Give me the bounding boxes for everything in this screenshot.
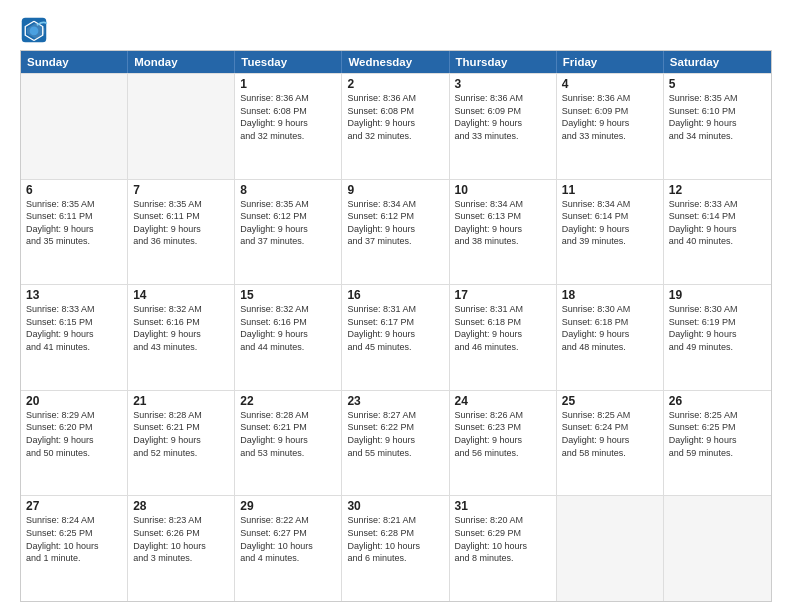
calendar-cell: 31Sunrise: 8:20 AM Sunset: 6:29 PM Dayli… (450, 496, 557, 601)
calendar-row-4: 27Sunrise: 8:24 AM Sunset: 6:25 PM Dayli… (21, 495, 771, 601)
day-number: 10 (455, 183, 551, 197)
day-number: 7 (133, 183, 229, 197)
calendar-row-0: 1Sunrise: 8:36 AM Sunset: 6:08 PM Daylig… (21, 73, 771, 179)
calendar-cell: 11Sunrise: 8:34 AM Sunset: 6:14 PM Dayli… (557, 180, 664, 285)
day-info: Sunrise: 8:34 AM Sunset: 6:13 PM Dayligh… (455, 198, 551, 248)
calendar-cell: 26Sunrise: 8:25 AM Sunset: 6:25 PM Dayli… (664, 391, 771, 496)
calendar-cell: 5Sunrise: 8:35 AM Sunset: 6:10 PM Daylig… (664, 74, 771, 179)
logo (20, 16, 52, 44)
calendar-cell: 17Sunrise: 8:31 AM Sunset: 6:18 PM Dayli… (450, 285, 557, 390)
day-info: Sunrise: 8:28 AM Sunset: 6:21 PM Dayligh… (240, 409, 336, 459)
day-number: 3 (455, 77, 551, 91)
day-info: Sunrise: 8:32 AM Sunset: 6:16 PM Dayligh… (133, 303, 229, 353)
day-number: 16 (347, 288, 443, 302)
calendar-row-1: 6Sunrise: 8:35 AM Sunset: 6:11 PM Daylig… (21, 179, 771, 285)
calendar-cell: 22Sunrise: 8:28 AM Sunset: 6:21 PM Dayli… (235, 391, 342, 496)
day-number: 25 (562, 394, 658, 408)
calendar-cell: 30Sunrise: 8:21 AM Sunset: 6:28 PM Dayli… (342, 496, 449, 601)
day-number: 15 (240, 288, 336, 302)
day-info: Sunrise: 8:26 AM Sunset: 6:23 PM Dayligh… (455, 409, 551, 459)
calendar-cell (664, 496, 771, 601)
day-info: Sunrise: 8:36 AM Sunset: 6:09 PM Dayligh… (455, 92, 551, 142)
day-number: 29 (240, 499, 336, 513)
day-number: 28 (133, 499, 229, 513)
day-info: Sunrise: 8:25 AM Sunset: 6:25 PM Dayligh… (669, 409, 766, 459)
calendar-row-2: 13Sunrise: 8:33 AM Sunset: 6:15 PM Dayli… (21, 284, 771, 390)
day-number: 27 (26, 499, 122, 513)
calendar-cell: 18Sunrise: 8:30 AM Sunset: 6:18 PM Dayli… (557, 285, 664, 390)
day-number: 12 (669, 183, 766, 197)
day-info: Sunrise: 8:27 AM Sunset: 6:22 PM Dayligh… (347, 409, 443, 459)
day-info: Sunrise: 8:36 AM Sunset: 6:09 PM Dayligh… (562, 92, 658, 142)
calendar-cell (128, 74, 235, 179)
calendar-cell: 19Sunrise: 8:30 AM Sunset: 6:19 PM Dayli… (664, 285, 771, 390)
calendar-cell: 10Sunrise: 8:34 AM Sunset: 6:13 PM Dayli… (450, 180, 557, 285)
day-number: 23 (347, 394, 443, 408)
day-info: Sunrise: 8:29 AM Sunset: 6:20 PM Dayligh… (26, 409, 122, 459)
calendar-cell: 6Sunrise: 8:35 AM Sunset: 6:11 PM Daylig… (21, 180, 128, 285)
day-info: Sunrise: 8:33 AM Sunset: 6:15 PM Dayligh… (26, 303, 122, 353)
day-info: Sunrise: 8:23 AM Sunset: 6:26 PM Dayligh… (133, 514, 229, 564)
calendar-cell: 24Sunrise: 8:26 AM Sunset: 6:23 PM Dayli… (450, 391, 557, 496)
day-info: Sunrise: 8:31 AM Sunset: 6:18 PM Dayligh… (455, 303, 551, 353)
day-number: 1 (240, 77, 336, 91)
calendar-cell: 23Sunrise: 8:27 AM Sunset: 6:22 PM Dayli… (342, 391, 449, 496)
day-info: Sunrise: 8:34 AM Sunset: 6:14 PM Dayligh… (562, 198, 658, 248)
header (20, 16, 772, 44)
svg-point-2 (30, 27, 39, 36)
day-info: Sunrise: 8:30 AM Sunset: 6:19 PM Dayligh… (669, 303, 766, 353)
calendar-cell: 9Sunrise: 8:34 AM Sunset: 6:12 PM Daylig… (342, 180, 449, 285)
day-info: Sunrise: 8:34 AM Sunset: 6:12 PM Dayligh… (347, 198, 443, 248)
calendar-cell: 15Sunrise: 8:32 AM Sunset: 6:16 PM Dayli… (235, 285, 342, 390)
calendar-cell: 1Sunrise: 8:36 AM Sunset: 6:08 PM Daylig… (235, 74, 342, 179)
calendar-cell: 27Sunrise: 8:24 AM Sunset: 6:25 PM Dayli… (21, 496, 128, 601)
day-number: 2 (347, 77, 443, 91)
day-number: 17 (455, 288, 551, 302)
calendar-cell: 20Sunrise: 8:29 AM Sunset: 6:20 PM Dayli… (21, 391, 128, 496)
day-info: Sunrise: 8:30 AM Sunset: 6:18 PM Dayligh… (562, 303, 658, 353)
day-number: 22 (240, 394, 336, 408)
calendar-cell: 29Sunrise: 8:22 AM Sunset: 6:27 PM Dayli… (235, 496, 342, 601)
calendar-cell: 8Sunrise: 8:35 AM Sunset: 6:12 PM Daylig… (235, 180, 342, 285)
day-info: Sunrise: 8:35 AM Sunset: 6:10 PM Dayligh… (669, 92, 766, 142)
calendar-body: 1Sunrise: 8:36 AM Sunset: 6:08 PM Daylig… (21, 73, 771, 601)
day-header-tuesday: Tuesday (235, 51, 342, 73)
day-number: 20 (26, 394, 122, 408)
calendar-cell: 21Sunrise: 8:28 AM Sunset: 6:21 PM Dayli… (128, 391, 235, 496)
calendar-cell: 12Sunrise: 8:33 AM Sunset: 6:14 PM Dayli… (664, 180, 771, 285)
calendar-cell: 25Sunrise: 8:25 AM Sunset: 6:24 PM Dayli… (557, 391, 664, 496)
calendar-cell (557, 496, 664, 601)
day-info: Sunrise: 8:24 AM Sunset: 6:25 PM Dayligh… (26, 514, 122, 564)
calendar-header: SundayMondayTuesdayWednesdayThursdayFrid… (21, 51, 771, 73)
day-info: Sunrise: 8:22 AM Sunset: 6:27 PM Dayligh… (240, 514, 336, 564)
day-info: Sunrise: 8:36 AM Sunset: 6:08 PM Dayligh… (240, 92, 336, 142)
day-header-sunday: Sunday (21, 51, 128, 73)
calendar-cell: 7Sunrise: 8:35 AM Sunset: 6:11 PM Daylig… (128, 180, 235, 285)
day-number: 4 (562, 77, 658, 91)
calendar-cell: 3Sunrise: 8:36 AM Sunset: 6:09 PM Daylig… (450, 74, 557, 179)
day-info: Sunrise: 8:35 AM Sunset: 6:11 PM Dayligh… (26, 198, 122, 248)
day-header-thursday: Thursday (450, 51, 557, 73)
day-number: 24 (455, 394, 551, 408)
page: SundayMondayTuesdayWednesdayThursdayFrid… (0, 0, 792, 612)
day-number: 11 (562, 183, 658, 197)
day-info: Sunrise: 8:35 AM Sunset: 6:11 PM Dayligh… (133, 198, 229, 248)
day-number: 5 (669, 77, 766, 91)
day-number: 9 (347, 183, 443, 197)
day-number: 31 (455, 499, 551, 513)
day-info: Sunrise: 8:33 AM Sunset: 6:14 PM Dayligh… (669, 198, 766, 248)
calendar-cell: 28Sunrise: 8:23 AM Sunset: 6:26 PM Dayli… (128, 496, 235, 601)
day-header-wednesday: Wednesday (342, 51, 449, 73)
calendar-row-3: 20Sunrise: 8:29 AM Sunset: 6:20 PM Dayli… (21, 390, 771, 496)
day-info: Sunrise: 8:21 AM Sunset: 6:28 PM Dayligh… (347, 514, 443, 564)
calendar-cell: 16Sunrise: 8:31 AM Sunset: 6:17 PM Dayli… (342, 285, 449, 390)
day-number: 19 (669, 288, 766, 302)
day-info: Sunrise: 8:31 AM Sunset: 6:17 PM Dayligh… (347, 303, 443, 353)
calendar-cell: 13Sunrise: 8:33 AM Sunset: 6:15 PM Dayli… (21, 285, 128, 390)
day-number: 26 (669, 394, 766, 408)
day-number: 13 (26, 288, 122, 302)
calendar: SundayMondayTuesdayWednesdayThursdayFrid… (20, 50, 772, 602)
day-header-saturday: Saturday (664, 51, 771, 73)
calendar-cell: 4Sunrise: 8:36 AM Sunset: 6:09 PM Daylig… (557, 74, 664, 179)
calendar-cell: 14Sunrise: 8:32 AM Sunset: 6:16 PM Dayli… (128, 285, 235, 390)
